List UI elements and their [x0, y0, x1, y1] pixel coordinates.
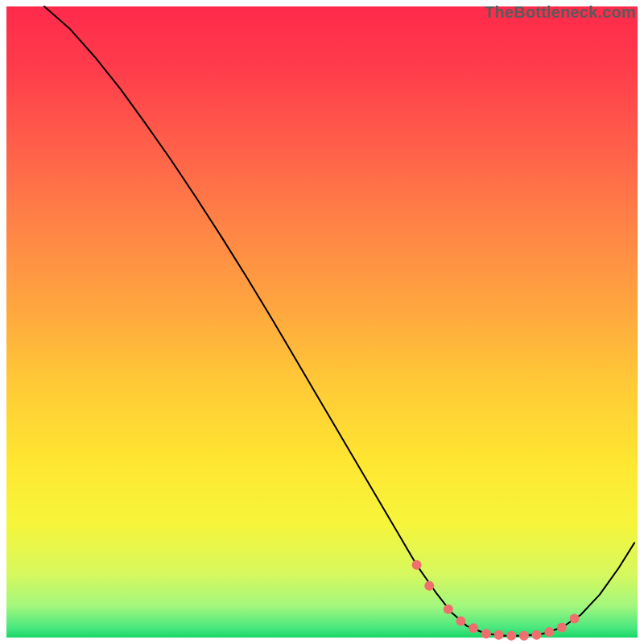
sweet-spot-marker	[506, 631, 516, 641]
sweet-spot-marker	[532, 630, 542, 640]
sweet-spot-marker	[456, 617, 465, 626]
sweet-spot-marker	[424, 581, 434, 591]
watermark-text: TheBottleneck.com	[485, 3, 636, 22]
sweet-spot-marker	[412, 560, 422, 570]
sweet-spot-marker	[494, 630, 504, 640]
sweet-spot-marker	[570, 613, 580, 623]
sweet-spot-marker	[481, 629, 491, 638]
sweet-spot-marker	[519, 631, 529, 641]
sweet-spot-marker	[557, 622, 567, 632]
chart-background	[6, 6, 638, 638]
chart-stage: TheBottleneck.com	[0, 0, 644, 644]
sweet-spot-marker	[469, 623, 478, 633]
bottleneck-chart	[0, 0, 644, 644]
sweet-spot-marker	[444, 605, 453, 614]
sweet-spot-marker	[544, 627, 554, 637]
